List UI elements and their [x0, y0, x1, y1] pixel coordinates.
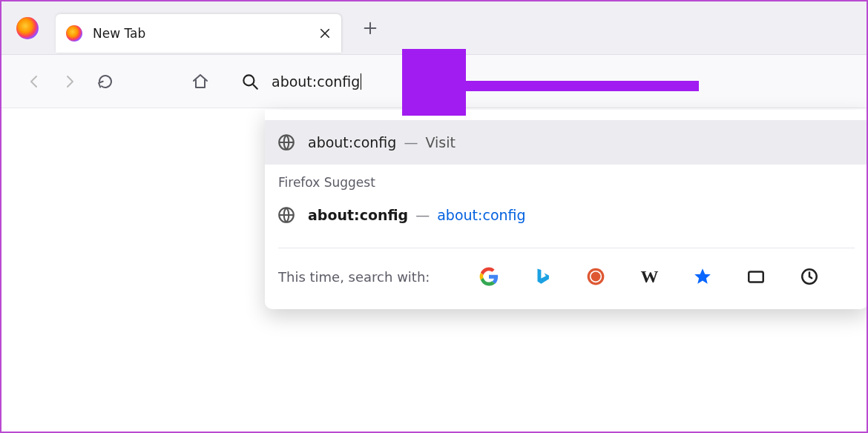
home-button[interactable] — [183, 64, 218, 99]
suggestion-text: about:config — [308, 207, 408, 223]
svg-rect-6 — [749, 272, 764, 282]
address-bar[interactable]: about:config — [226, 64, 867, 99]
firefox-logo-icon — [16, 17, 39, 39]
engine-duckduckgo[interactable] — [582, 263, 609, 290]
urlbar-dropdown: about:config — Visit Firefox Suggest abo… — [265, 110, 868, 309]
engine-bing[interactable] — [529, 263, 556, 290]
engine-bookmarks[interactable] — [689, 263, 716, 290]
search-engines-label: This time, search with: — [278, 269, 430, 285]
engine-google[interactable] — [476, 263, 502, 290]
new-tab-button[interactable] — [355, 13, 386, 44]
close-tab-button[interactable] — [315, 23, 335, 44]
browser-tab[interactable]: New Tab — [56, 14, 341, 53]
back-button[interactable] — [16, 64, 52, 99]
tab-strip: New Tab — [1, 1, 867, 55]
suggest-section-label: Firefox Suggest — [265, 165, 868, 193]
suggestion-action: Visit — [425, 134, 456, 151]
suggestion-row-history[interactable]: about:config — about:config — [265, 193, 868, 237]
tab-title: New Tab — [93, 26, 315, 41]
reload-button[interactable] — [88, 64, 123, 99]
svg-point-0 — [243, 75, 254, 85]
tab-favicon-icon — [66, 25, 82, 42]
suggestion-row-visit[interactable]: about:config — Visit — [265, 120, 868, 165]
suggestion-url: about:config — [437, 207, 525, 223]
search-engines-row: This time, search with: W — [265, 248, 868, 309]
search-icon — [240, 72, 260, 91]
engine-tabs[interactable] — [743, 263, 769, 290]
globe-icon — [277, 205, 296, 225]
globe-icon — [277, 133, 296, 152]
navigation-toolbar: about:config — [1, 55, 867, 108]
text-caret — [361, 73, 361, 90]
suggestion-separator: — — [415, 207, 430, 223]
suggestion-text: about:config — [308, 134, 396, 151]
engine-history[interactable] — [796, 263, 823, 290]
suggestion-separator: — — [404, 134, 418, 151]
forward-button[interactable] — [52, 64, 88, 99]
address-bar-text: about:config — [272, 73, 360, 90]
svg-point-5 — [591, 272, 601, 282]
engine-wikipedia[interactable]: W — [636, 263, 662, 290]
